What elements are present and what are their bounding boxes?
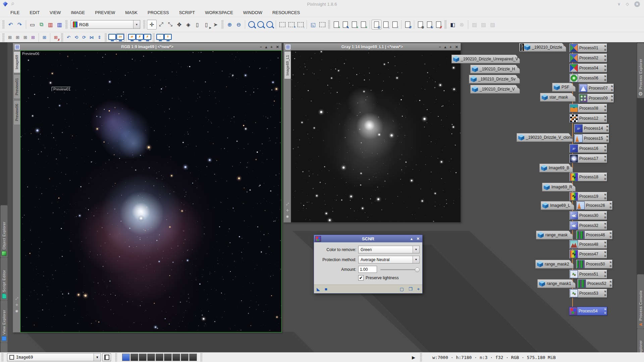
- workspace-swatch-4[interactable]: [147, 354, 155, 361]
- stf-boost-icon[interactable]: ⇑: [164, 34, 172, 41]
- flip-horizontal-icon[interactable]: ⋈: [88, 34, 96, 41]
- show-mask-icon[interactable]: ◧: [448, 20, 457, 29]
- zoom-1-1-icon[interactable]: [247, 20, 256, 29]
- dialog-titlebar[interactable]: SCNR ▴✕: [314, 235, 422, 242]
- image-instance-Image69_L[interactable]: Image69_LN: [541, 201, 574, 210]
- delete-process-icons-icon[interactable]: ⊞✗: [52, 34, 60, 41]
- process-icon-Process06[interactable]: Process06ND: [570, 74, 607, 82]
- split-channels-icon[interactable]: ▥: [46, 20, 55, 29]
- drag-grip[interactable]: [2, 33, 5, 42]
- expand-view-icon[interactable]: ⤢: [157, 20, 166, 29]
- process-icons-merge-icon[interactable]: ⊞: [21, 34, 29, 41]
- process-icon-Process53[interactable]: ∿Process53ND: [570, 289, 607, 298]
- drag-grip[interactable]: [143, 20, 146, 29]
- active-view-select[interactable]: Image69 ▼: [7, 353, 101, 361]
- preserve-lightness-checkbox[interactable]: ✔: [358, 275, 364, 281]
- apply-global-icon[interactable]: ■: [325, 287, 327, 291]
- display-channel-select[interactable]: RGB▼: [71, 20, 140, 29]
- drag-grip[interactable]: [221, 20, 224, 29]
- process-icon-Process08[interactable]: Process08ND: [570, 104, 607, 113]
- process-icon-Process16[interactable]: xʸProcess16ND: [570, 144, 607, 153]
- process-icon-Process52[interactable]: Process52ND: [578, 279, 612, 288]
- dock-tab-script-editor[interactable]: Script Editor: [0, 257, 8, 301]
- process-icon-Process14[interactable]: xʸProcess14ND: [574, 124, 609, 133]
- process-icons-save-icon[interactable]: ⊞: [29, 34, 37, 41]
- chevron-down-icon[interactable]: ▼: [133, 20, 140, 28]
- dock-tab-format-explorer[interactable]: Format Explorer: [0, 343, 8, 353]
- process-icon-Process17[interactable]: ☯Process17ND: [570, 154, 607, 163]
- zoom-to-fit-icon[interactable]: [256, 20, 265, 29]
- stf-auto-icon[interactable]: ↑: [156, 34, 164, 41]
- image-instance-_190210_Drizzle_Sv[interactable]: _190210_Drizzle_SvN: [469, 75, 520, 83]
- process-icon-Process51[interactable]: ∿Process51ND: [570, 270, 607, 279]
- view-tab-preview06[interactable]: Preview06: [13, 100, 20, 125]
- minimize-button[interactable]: ∨: [618, 2, 621, 6]
- amount-input[interactable]: [358, 266, 377, 273]
- process-icon-Process19[interactable]: ∿Process19ND: [570, 192, 607, 201]
- screen-24bit-lut-icon[interactable]: 24: [116, 33, 124, 42]
- dialog-rollup-button[interactable]: ▴: [411, 237, 413, 241]
- gray-image-canvas[interactable]: [291, 51, 461, 222]
- workspace-swatch-8[interactable]: [181, 354, 189, 361]
- process-icon-Process12[interactable]: Process12ND: [570, 114, 607, 123]
- duplicate-view-icon[interactable]: ⧉: [37, 20, 46, 29]
- process-icon-Process01[interactable]: Process01ND: [570, 44, 607, 52]
- process-icon-Process02[interactable]: Process02ND: [570, 54, 607, 62]
- image-export-icon[interactable]: ↑: [390, 20, 399, 29]
- screen-stf-icon[interactable]: [108, 34, 116, 41]
- workspace-swatch-9[interactable]: [189, 354, 197, 361]
- pan-sync-icon[interactable]: ✛: [286, 208, 289, 212]
- new-preview-rect-icon[interactable]: [278, 20, 287, 29]
- zoom-integer-icon[interactable]: [265, 20, 274, 29]
- readout-sync-icon[interactable]: ◉: [15, 309, 18, 313]
- menu-resources[interactable]: RESOURCES: [267, 9, 305, 16]
- process-icons-new-icon[interactable]: ⊞: [6, 34, 14, 41]
- menu-file[interactable]: FILE: [5, 9, 24, 16]
- process-icon-Process07[interactable]: Process07ND: [579, 84, 614, 93]
- process-icon-Process30[interactable]: ≪Process30ND: [570, 211, 607, 220]
- merge-channels-icon[interactable]: ▥: [55, 20, 64, 29]
- window-zoom-button[interactable]: +: [270, 45, 272, 49]
- menu-mask[interactable]: MASK: [120, 9, 143, 16]
- zoom-in-icon[interactable]: ⊕: [225, 20, 234, 29]
- image-new-icon[interactable]: +: [332, 20, 341, 29]
- image-instance-_190210_Drizzle_V[interactable]: _190210_Drizzle_VN: [470, 85, 520, 94]
- window-shade-button[interactable]: ▴: [444, 45, 446, 49]
- image-instance-_190210_Drizzle_Unrepaired_V[interactable]: _190210_Drizzle_Unrepaired_VN: [451, 55, 520, 63]
- dock-tab-object-explorer[interactable]: Object Explorer: [0, 205, 8, 258]
- workspace-swatch-6[interactable]: [164, 354, 172, 361]
- process-icon-Process47[interactable]: ∿Process47ND: [570, 250, 607, 258]
- rotate-180-icon[interactable]: ↶: [65, 34, 72, 41]
- image-instance-range_mask1[interactable]: range_mask1N: [537, 279, 576, 288]
- stf-transfer-icon[interactable]: ⇄: [128, 34, 136, 41]
- window-minimize-button[interactable]: −: [260, 45, 262, 49]
- edit-preview-mode-icon[interactable]: ▯➤: [202, 20, 211, 29]
- drag-grip[interactable]: [1, 353, 4, 362]
- menu-preview[interactable]: PREVIEW: [90, 9, 120, 16]
- drag-grip[interactable]: [65, 20, 68, 29]
- process-icon-Process26[interactable]: Process26ND: [576, 201, 612, 210]
- crop-to-selection-icon[interactable]: [318, 20, 327, 29]
- menu-image[interactable]: IMAGE: [66, 9, 90, 16]
- workspace-swatch-3[interactable]: [139, 354, 147, 361]
- image-instance-_190210_Drizzle_V_clone[interactable]: _190210_Drizzle_V_cloneN: [517, 133, 573, 142]
- dock-tab-view-explorer[interactable]: View Explorer: [0, 300, 8, 343]
- undo-icon[interactable]: ↶: [6, 20, 15, 29]
- image-clone-icon[interactable]: +: [359, 20, 368, 29]
- pan-mode-icon[interactable]: ✥: [175, 20, 184, 29]
- browse-documentation-icon[interactable]: ❐: [409, 287, 413, 291]
- scnr-dialog[interactable]: SCNR ▴✕ Color to remove: Green ▼ Protect…: [314, 235, 423, 294]
- protection-method-select[interactable]: Average Neutral ▼: [358, 256, 420, 263]
- slider-thumb[interactable]: [415, 267, 420, 272]
- process-icon-Process46[interactable]: Process46ND: [576, 231, 612, 239]
- view-tab-image69[interactable]: Image69: [13, 51, 20, 73]
- image-edit-icon[interactable]: ✎: [341, 20, 350, 29]
- process-icon-Process50[interactable]: Process50ND: [576, 260, 612, 268]
- pan-sync-icon[interactable]: ✛: [15, 303, 18, 307]
- dialog-close-button[interactable]: ✕: [417, 237, 420, 241]
- process-icon-Process15[interactable]: Process15ND: [574, 134, 609, 143]
- image-viewport-rgb[interactable]: Preview06Preview01: [20, 51, 281, 332]
- image-refresh-icon[interactable]: ↻: [425, 20, 434, 29]
- menu-window[interactable]: WINDOW: [238, 9, 267, 16]
- menu-script[interactable]: SCRIPT: [174, 9, 200, 16]
